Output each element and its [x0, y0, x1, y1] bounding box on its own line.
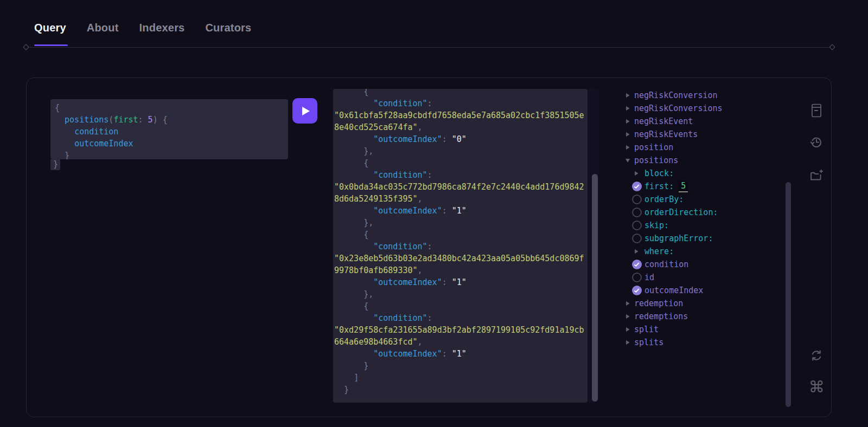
- explorer-item-orderdirection[interactable]: orderDirection:: [623, 206, 786, 219]
- explorer-item-subgrapherror[interactable]: subgraphError:: [623, 232, 786, 245]
- chevron-right-icon[interactable]: [624, 106, 631, 111]
- history-icon[interactable]: [808, 134, 825, 150]
- chevron-right-icon[interactable]: [624, 132, 631, 137]
- explorer-item-label: negRiskConversions: [634, 102, 723, 115]
- response-value: "1": [452, 277, 467, 287]
- checkbox-circle[interactable]: [632, 273, 642, 282]
- checkbox-circle[interactable]: [632, 182, 642, 191]
- checkbox-unchecked-icon[interactable]: [631, 221, 642, 230]
- checkbox-checked-icon[interactable]: [631, 286, 642, 295]
- checkbox-unchecked-icon[interactable]: [631, 195, 642, 204]
- command-icon[interactable]: ⌘: [808, 379, 825, 395]
- response-punctuation: {: [334, 89, 373, 108]
- chevron-right-icon[interactable]: [624, 145, 631, 150]
- response-punctuation: {: [334, 158, 373, 180]
- tab-about[interactable]: About: [87, 22, 119, 34]
- divider-ornament: [24, 44, 834, 50]
- checkbox-unchecked-icon[interactable]: [631, 234, 642, 243]
- checkbox-checked-icon[interactable]: [631, 182, 642, 191]
- chevron-right-icon[interactable]: [631, 249, 642, 254]
- response-string-value: "0x23e8eb5d63b03e2ad3480bc42a423aa05a05b…: [334, 254, 584, 275]
- explorer-item-label: negRiskEvent: [634, 115, 693, 128]
- query-editor[interactable]: { positions(first: 5) { condition outcom…: [50, 99, 288, 159]
- checkbox-circle[interactable]: [632, 234, 642, 243]
- explorer-item-negriskconversion[interactable]: negRiskConversion: [623, 89, 786, 102]
- query-token-arg: first: [113, 115, 138, 125]
- refresh-icon[interactable]: [808, 347, 825, 364]
- response-punctuation: ] }: [334, 373, 359, 394]
- response-value: "0": [452, 134, 467, 144]
- query-editor-code[interactable]: { positions(first: 5) { condition outcom…: [50, 99, 288, 159]
- response-json: { "condition": "0x61cbfa5f28aa9cbdfd7658…: [333, 89, 588, 396]
- checkbox-circle[interactable]: [632, 286, 642, 295]
- explorer-item-condition[interactable]: condition: [623, 258, 786, 271]
- explorer-item-redemption[interactable]: redemption: [623, 297, 786, 310]
- chevron-right-icon[interactable]: [624, 301, 631, 306]
- query-token-field: condition: [74, 127, 118, 137]
- response-punctuation: :: [442, 134, 452, 144]
- response-punctuation: :: [427, 242, 437, 251]
- response-panel[interactable]: { "condition": "0x61cbfa5f28aa9cbdfd7658…: [333, 89, 588, 403]
- explorer-scrollbar[interactable]: [786, 182, 791, 407]
- command-glyph: ⌘: [809, 379, 825, 395]
- chevron-right-icon[interactable]: [624, 327, 631, 332]
- explorer-item-redemptions[interactable]: redemptions: [623, 310, 786, 323]
- arrow-glyph: [626, 145, 630, 150]
- response-scrollbar-track[interactable]: [588, 89, 599, 403]
- explorer-item-positions[interactable]: positions: [623, 154, 786, 167]
- chevron-right-icon[interactable]: [624, 314, 631, 319]
- chevron-down-icon[interactable]: [624, 159, 631, 163]
- chevron-right-icon[interactable]: [624, 119, 631, 124]
- response-punctuation: :: [427, 170, 437, 180]
- response-string-value: "0x0bda34ac035c772bd7986ca874f2e7c2440c4…: [334, 182, 584, 204]
- checkbox-unchecked-icon[interactable]: [631, 273, 642, 282]
- explorer-item-position[interactable]: position: [623, 141, 786, 154]
- explorer-item-label: splits: [634, 336, 663, 349]
- diamond-icon: [23, 44, 29, 50]
- explorer-item-negriskevent[interactable]: negRiskEvent: [623, 115, 786, 128]
- response-punctuation: {: [334, 230, 373, 251]
- explorer-item-label: orderBy:: [644, 193, 684, 206]
- checkbox-circle[interactable]: [632, 260, 642, 269]
- execute-query-button[interactable]: [292, 98, 317, 124]
- new-tab-icon[interactable]: [808, 167, 825, 184]
- arrow-glyph: [626, 340, 630, 345]
- explorer-item-block[interactable]: block:: [623, 167, 786, 180]
- chevron-right-icon[interactable]: [624, 340, 631, 345]
- explorer-item-id[interactable]: id: [623, 271, 786, 284]
- response-punctuation: },: [334, 146, 373, 156]
- query-token-field: positions: [65, 115, 108, 125]
- response-key: "condition": [373, 170, 427, 180]
- explorer-item-splits[interactable]: splits: [623, 336, 786, 349]
- explorer-item-first[interactable]: first:5: [623, 180, 786, 193]
- divider-line: [29, 47, 829, 48]
- tab-query[interactable]: Query: [34, 22, 66, 34]
- arrow-glyph: [626, 327, 630, 332]
- chevron-right-icon[interactable]: [631, 171, 642, 176]
- explorer-item-outcomeindex[interactable]: outcomeIndex: [623, 284, 786, 297]
- chevron-right-icon[interactable]: [624, 93, 631, 98]
- checkbox-unchecked-icon[interactable]: [631, 208, 642, 217]
- response-punctuation: {: [334, 301, 373, 323]
- response-scrollbar-thumb[interactable]: [592, 174, 598, 402]
- explorer-item-label: outcomeIndex: [644, 284, 703, 297]
- explorer-item-skip[interactable]: skip:: [623, 219, 786, 232]
- response-key: "outcomeIndex": [373, 349, 442, 359]
- explorer-item-label: position: [634, 141, 673, 154]
- explorer-item-negriskconversions[interactable]: negRiskConversions: [623, 102, 786, 115]
- checkbox-circle[interactable]: [632, 208, 642, 217]
- checkbox-circle[interactable]: [632, 195, 642, 204]
- response-punctuation: :: [442, 206, 452, 216]
- docs-icon[interactable]: [808, 102, 825, 119]
- explorer-item-negriskevents[interactable]: negRiskEvents: [623, 128, 786, 141]
- explorer-item-split[interactable]: split: [623, 323, 786, 336]
- query-token-punc: :: [138, 115, 148, 125]
- argument-value-input[interactable]: 5: [679, 181, 688, 192]
- explorer-item-label: negRiskEvents: [634, 128, 698, 141]
- tab-indexers[interactable]: Indexers: [139, 22, 185, 34]
- tab-curators[interactable]: Curators: [205, 22, 251, 34]
- checkbox-checked-icon[interactable]: [631, 260, 642, 269]
- explorer-item-orderby[interactable]: orderBy:: [623, 193, 786, 206]
- checkbox-circle[interactable]: [632, 221, 642, 230]
- explorer-item-where[interactable]: where:: [623, 245, 786, 258]
